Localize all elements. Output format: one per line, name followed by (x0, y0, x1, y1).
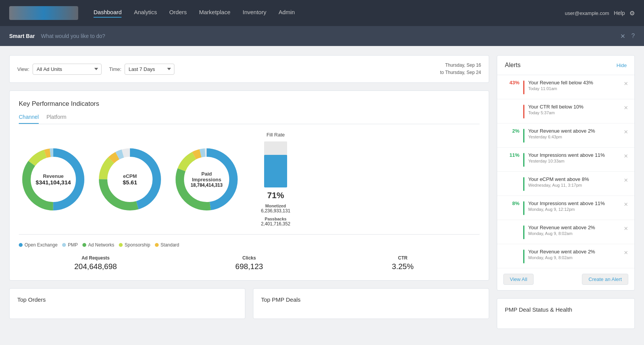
standard-dot (155, 243, 159, 247)
impressions-title: Paid Impressions (189, 171, 224, 182)
pmp-dot (62, 243, 66, 247)
alert-bar-2 (523, 105, 524, 118)
alert-bar-4 (523, 153, 524, 167)
alert-time-3: Yesterday 6:43pm (528, 135, 620, 139)
close-icon[interactable]: ✕ (620, 33, 625, 40)
sponsorship-label: Sponsorship (125, 242, 150, 248)
alert-close-1[interactable]: ✕ (624, 80, 628, 87)
nav-right: user@example.com Help ⚙ (565, 10, 635, 17)
ad-networks-label: Ad Networks (88, 242, 114, 248)
alert-text-6: Your Impressions went above 11% Monday, … (528, 200, 620, 212)
alert-msg-3: Your Revenue went above 2% (528, 128, 620, 134)
alert-text-2: Your CTR fell below 10% Today 5:37am (528, 104, 620, 115)
nav-orders[interactable]: Orders (169, 9, 187, 18)
nav-admin[interactable]: Admin (279, 9, 295, 18)
view-label: View: (17, 66, 30, 72)
fill-rate-title: Fill Rate (256, 132, 295, 138)
clicks-stat: Clicks 698,123 (172, 255, 326, 271)
charts-area: Revenue $341,104,314 eCPM (19, 132, 480, 235)
kpi-stats: Ad Requests 204,648,698 Clicks 698,123 C… (19, 255, 480, 271)
smart-bar: Smart Bar What would you like to do? ✕ ? (0, 26, 644, 46)
help-link[interactable]: Help (614, 10, 625, 16)
ctr-value: 3.25% (326, 262, 480, 271)
main-content: View: All Ad Units Time: Last 7 Days Thu… (0, 46, 644, 338)
view-select[interactable]: All Ad Units (33, 64, 102, 75)
view-all-button[interactable]: View All (503, 274, 534, 285)
legend-sponsorship: Sponsorship (119, 242, 150, 248)
top-orders-title: Top Orders (17, 296, 237, 303)
smart-bar-placeholder[interactable]: What would you like to do? (41, 33, 620, 39)
revenue-chart: Revenue $341,104,314 (19, 145, 88, 214)
alerts-header: Alerts Hide (497, 56, 634, 75)
alert-item-1: 43% Your Revenue fell below 43% Today 11… (497, 75, 634, 99)
alert-close-4[interactable]: ✕ (624, 152, 628, 159)
alert-bar-7 (523, 225, 524, 239)
kpi-title: Key Performance Indicators (19, 100, 480, 108)
alert-msg-1: Your Revenue fell below 43% (528, 80, 620, 85)
alert-close-8[interactable]: ✕ (624, 249, 628, 256)
alert-time-4: Yesterday 10:33am (528, 159, 620, 163)
legend-pmp: PMP (62, 242, 78, 248)
ecpm-title: eCPM (123, 173, 137, 179)
pmp-label: PMP (68, 242, 78, 248)
alert-bar-5 (523, 177, 524, 191)
alert-close-3[interactable]: ✕ (624, 128, 628, 135)
ecpm-label: eCPM $5.61 (123, 173, 137, 186)
impressions-label: Paid Impressions 18,784,414,313 (189, 171, 224, 188)
alert-close-6[interactable]: ✕ (624, 200, 628, 207)
chart-legend: Open Exchange PMP Ad Networks Sponsorshi… (19, 242, 480, 248)
fill-rate-monetized-label: Monetized (256, 204, 295, 208)
create-alert-button[interactable]: Create an Alert (582, 274, 628, 285)
revenue-label: Revenue $341,104,314 (36, 173, 71, 186)
ecpm-chart: eCPM $5.61 (95, 145, 164, 214)
alert-close-5[interactable]: ✕ (624, 176, 628, 183)
alert-item-5: Your eCPM went above 8% Wednesday, Aug 1… (497, 172, 634, 196)
impressions-value: 18,784,414,313 (189, 182, 224, 188)
kpi-tabs: Channel Platform (19, 114, 480, 124)
impressions-chart: Paid Impressions 18,784,414,313 (172, 145, 241, 214)
right-panel: Alerts Hide 43% Your Revenue fell below … (497, 55, 635, 329)
nav-dashboard[interactable]: Dashboard (94, 9, 122, 18)
nav-inventory[interactable]: Inventory (243, 9, 266, 18)
open-exchange-label: Open Exchange (25, 242, 58, 248)
alert-msg-6: Your Impressions went above 11% (528, 200, 620, 206)
time-select[interactable]: Last 7 Days (125, 64, 174, 75)
alert-item-8: Your Revenue went above 2% Monday, Aug 9… (497, 244, 634, 268)
alert-badge-1: 43% (503, 80, 519, 85)
legend-standard: Standard (155, 242, 179, 248)
ctr-stat: CTR 3.25% (326, 255, 480, 271)
nav-marketplace[interactable]: Marketplace (199, 9, 230, 18)
alert-item-4: 11% Your Impressions went above 11% Yest… (497, 148, 634, 172)
logo (9, 6, 78, 20)
tab-channel[interactable]: Channel (19, 114, 39, 124)
help-circle-icon[interactable]: ? (631, 33, 635, 39)
smart-bar-icons: ✕ ? (620, 33, 635, 40)
nav-analytics[interactable]: Analytics (134, 9, 157, 18)
alert-time-2: Today 5:37am (528, 110, 620, 115)
revenue-title: Revenue (36, 173, 71, 179)
legend-open-exchange: Open Exchange (19, 242, 58, 248)
left-panel: View: All Ad Units Time: Last 7 Days Thu… (9, 55, 489, 329)
alert-text-5: Your eCPM went above 8% Wednesday, Aug 1… (528, 176, 620, 187)
alert-close-2[interactable]: ✕ (624, 104, 628, 111)
smart-bar-label: Smart Bar (9, 33, 35, 39)
alert-badge-6: 8% (503, 200, 519, 206)
alert-text-4: Your Impressions went above 11% Yesterda… (528, 152, 620, 163)
alert-item-6: 8% Your Impressions went above 11% Monda… (497, 196, 634, 220)
standard-label: Standard (161, 242, 179, 248)
ad-requests-label: Ad Requests (19, 255, 172, 261)
alerts-hide-button[interactable]: Hide (616, 62, 627, 68)
date-range: Thursday, Sep 16to Thursday, Sep 24 (440, 62, 481, 76)
alert-msg-8: Your Revenue went above 2% (528, 249, 620, 255)
clicks-value: 698,123 (172, 262, 326, 271)
gear-icon[interactable]: ⚙ (629, 10, 635, 17)
fill-rate-monetized-value: 6,236,933,131 (256, 208, 295, 214)
legend-ad-networks: Ad Networks (82, 242, 114, 248)
time-filter-group: Time: Last 7 Days (109, 64, 174, 75)
tab-platform[interactable]: Platform (46, 114, 66, 124)
alert-close-7[interactable]: ✕ (624, 225, 628, 232)
nav-user: user@example.com (565, 10, 609, 16)
ecpm-value: $5.61 (123, 179, 137, 186)
alert-msg-2: Your CTR fell below 10% (528, 104, 620, 110)
sponsorship-dot (119, 243, 123, 247)
